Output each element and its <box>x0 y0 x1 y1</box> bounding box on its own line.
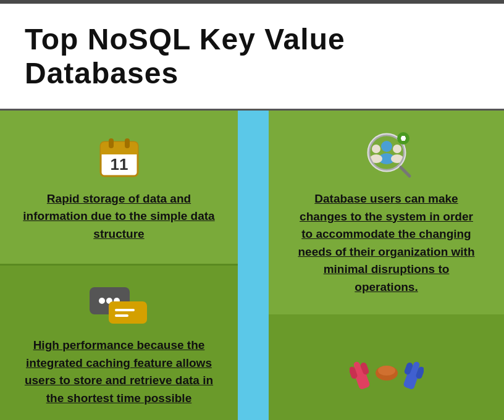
svg-rect-11 <box>115 309 135 311</box>
top-left-text: Rapid storage of data and information du… <box>15 190 222 243</box>
calendar-icon: 11 <box>94 132 144 181</box>
svg-point-18 <box>393 145 401 153</box>
left-column: 11 Rapid storage of data and information… <box>0 111 238 420</box>
vertical-divider <box>238 111 269 420</box>
header: Top NoSQL Key Value Databases <box>0 4 504 111</box>
svg-point-7 <box>99 298 105 304</box>
top-left-cell: 11 Rapid storage of data and information… <box>0 111 238 266</box>
chat-icon <box>88 284 150 327</box>
svg-rect-10 <box>109 301 147 324</box>
svg-rect-3 <box>109 138 114 148</box>
svg-text:11: 11 <box>110 155 128 174</box>
handshake-icon <box>350 341 424 399</box>
content-area: 11 Rapid storage of data and information… <box>0 111 504 420</box>
person-search-icon <box>359 129 414 181</box>
svg-rect-2 <box>101 148 138 154</box>
svg-rect-4 <box>125 138 130 148</box>
bottom-left-text: High performance because the integrated … <box>15 337 222 407</box>
svg-rect-24 <box>401 137 406 140</box>
bottom-right-cell <box>269 314 504 420</box>
top-right-text: Database users can make changes to the s… <box>293 190 479 296</box>
svg-rect-12 <box>115 314 128 317</box>
svg-line-20 <box>401 167 410 176</box>
svg-point-34 <box>378 366 395 376</box>
page-title: Top NoSQL Key Value Databases <box>25 22 479 90</box>
svg-point-14 <box>381 141 392 152</box>
right-column: Database users can make changes to the s… <box>269 111 504 420</box>
top-right-cell: Database users can make changes to the s… <box>269 111 504 314</box>
bottom-left-cell: High performance because the integrated … <box>0 266 238 420</box>
svg-point-16 <box>372 145 380 153</box>
